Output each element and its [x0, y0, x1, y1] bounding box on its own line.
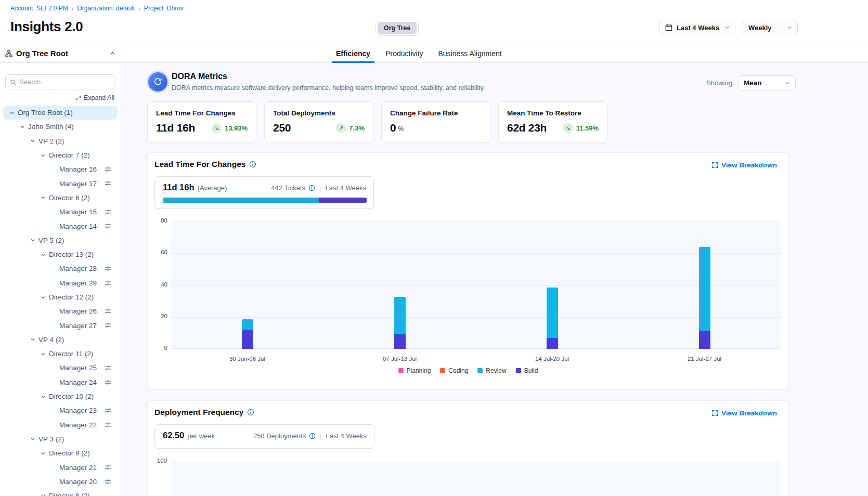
tree-item[interactable]: Manager 25 [3, 361, 118, 375]
tree-item[interactable]: Manager 14 [3, 219, 118, 233]
tree-item[interactable]: Manager 21 [3, 460, 118, 474]
view-breakdown-label: View Breakdown [721, 161, 777, 169]
deployments-count: 250 Deployments [253, 432, 306, 440]
sliders-icon[interactable] [105, 464, 111, 471]
chevron-down-icon[interactable] [41, 153, 46, 158]
sliders-icon[interactable] [105, 322, 111, 329]
bar-segment-review[interactable] [547, 288, 558, 337]
sliders-icon[interactable] [105, 166, 111, 173]
tab-productivity[interactable]: Productivity [381, 44, 427, 63]
legend-item-review[interactable]: Review [477, 367, 506, 374]
breadcrumb-link[interactable]: Account: SEI 2.0 PM [10, 5, 68, 12]
legend-item-planning[interactable]: Planning [398, 367, 431, 374]
tree-item[interactable]: VP 4 (2) [3, 333, 118, 347]
tree-item[interactable]: Manager 20 [3, 475, 118, 489]
tree-item[interactable]: Manager 24 [3, 375, 118, 389]
chevron-down-icon[interactable] [41, 394, 46, 399]
bar-segment-build[interactable] [547, 338, 558, 349]
search-input[interactable] [19, 78, 111, 86]
tree-item[interactable]: Manager 29 [3, 276, 118, 290]
tree-item-label: Manager 25 [59, 364, 97, 372]
legend-item-coding[interactable]: Coding [440, 367, 468, 374]
chevron-down-icon[interactable] [41, 252, 46, 257]
tree-item[interactable]: VP 2 (2) [3, 134, 118, 148]
chevron-down-icon[interactable] [41, 451, 46, 456]
chevron-down-icon [724, 25, 730, 30]
tree-item[interactable]: Director 6 (2) [3, 191, 118, 205]
chevron-down-icon[interactable] [20, 124, 25, 129]
chevron-up-icon[interactable] [110, 50, 115, 56]
info-icon[interactable] [247, 409, 254, 416]
sliders-icon[interactable] [105, 407, 111, 414]
tree-item[interactable]: Director 9 (2) [3, 446, 118, 460]
tree-item[interactable]: Manager 16 [3, 162, 118, 176]
bar-segment-review[interactable] [394, 297, 406, 334]
sliders-icon[interactable] [105, 265, 111, 272]
tree-item[interactable]: Manager 27 [3, 318, 118, 332]
tree-item[interactable]: Director 11 (2) [3, 347, 118, 361]
sliders-icon[interactable] [105, 379, 111, 386]
sliders-icon[interactable] [105, 422, 111, 428]
chevron-down-icon[interactable] [30, 337, 35, 342]
tree-item[interactable]: Manager 23 [3, 403, 118, 417]
chevron-down-icon[interactable] [41, 195, 46, 200]
legend-item-build[interactable]: Build [516, 367, 538, 374]
granularity-select[interactable]: Weekly [743, 20, 798, 35]
tree-item[interactable]: Manager 22 [3, 418, 118, 432]
tree-item[interactable]: Director 10 (2) [3, 389, 118, 403]
tree-item[interactable]: Director 13 (2) [3, 247, 118, 262]
bar-segment-build[interactable] [699, 331, 710, 349]
tree-item-label: Manager 15 [59, 208, 97, 216]
tree-item[interactable]: Director 7 (2) [3, 148, 118, 162]
sliders-icon[interactable] [105, 223, 111, 229]
info-icon[interactable] [308, 185, 315, 191]
stage-bar-segment-review [164, 198, 319, 203]
tree-item[interactable]: John Smith (4) [3, 120, 118, 134]
deployment-view-breakdown-link[interactable]: View Breakdown [711, 409, 777, 417]
bar-segment-planning[interactable] [242, 319, 253, 320]
sliders-icon[interactable] [105, 280, 111, 286]
sliders-icon[interactable] [105, 478, 111, 485]
date-range-select[interactable]: Last 4 Weeks [659, 20, 735, 35]
legend-label: Planning [407, 367, 431, 374]
chevron-down-icon[interactable] [30, 138, 35, 143]
sliders-icon[interactable] [105, 364, 111, 371]
bar-segment-review[interactable] [242, 320, 253, 330]
expand-all-button[interactable]: Expand All [75, 94, 114, 101]
lead-time-panel-title: Lead Time For Changes [154, 160, 245, 169]
chevron-down-icon[interactable] [41, 493, 46, 496]
chevron-down-icon[interactable] [41, 351, 46, 357]
deployment-panel-title: Deployment Frequency [154, 408, 243, 417]
breadcrumb-link[interactable]: Project: Dhruv [144, 5, 184, 12]
chevron-down-icon[interactable] [30, 436, 35, 441]
showing-select[interactable]: Mean [738, 75, 796, 90]
granularity-value: Weekly [748, 24, 772, 32]
bar-segment-review[interactable] [699, 247, 710, 331]
tree-item[interactable]: Org Tree Root (1) [3, 106, 118, 120]
info-icon[interactable] [309, 433, 316, 439]
expand-icon [75, 95, 81, 101]
tree-item[interactable]: Manager 17 [3, 176, 118, 190]
bar-segment-build[interactable] [394, 334, 406, 349]
sliders-icon[interactable] [105, 208, 111, 215]
chevron-down-icon[interactable] [41, 295, 46, 300]
tree-item[interactable]: Manager 28 [3, 262, 118, 276]
tree-item[interactable]: VP 3 (2) [3, 432, 118, 446]
tab-business-alignment[interactable]: Business Alignment [434, 44, 506, 63]
org-tree-toggle-button[interactable]: Org Tree [378, 22, 417, 34]
breadcrumb-link[interactable]: Organization: default [77, 5, 135, 12]
tree-item[interactable]: Manager 26 [3, 304, 118, 318]
sliders-icon[interactable] [105, 308, 111, 315]
lead-time-view-breakdown-link[interactable]: View Breakdown [711, 161, 777, 169]
tree-item-label: VP 3 (2) [38, 435, 64, 443]
sliders-icon[interactable] [105, 180, 111, 187]
tree-item[interactable]: Manager 15 [3, 205, 118, 219]
tree-item[interactable]: Director 12 (2) [3, 290, 118, 304]
tab-efficiency[interactable]: Efficiency [332, 44, 374, 63]
tree-item[interactable]: VP 5 (2) [3, 233, 118, 247]
chevron-down-icon[interactable] [30, 238, 35, 243]
bar-segment-build[interactable] [242, 330, 253, 349]
tree-item[interactable]: Director 8 (2) [3, 489, 118, 496]
info-icon[interactable] [249, 161, 256, 168]
chevron-down-icon[interactable] [9, 110, 15, 115]
